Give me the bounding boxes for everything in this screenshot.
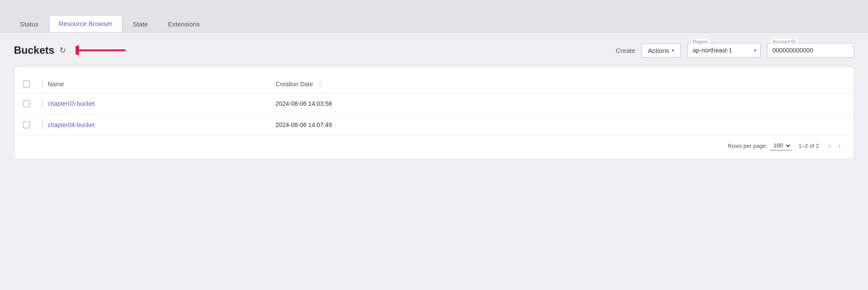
table-footer: Rows per page: 100 1–2 of 2 ‹ ›	[14, 136, 854, 152]
create-link[interactable]: Create	[616, 47, 635, 54]
account-id-label: Account ID	[771, 39, 797, 44]
main-content: Buckets ↻ Create Actions ▾	[0, 33, 868, 290]
table-row: chapter04-bucket 2024-08-06 14:07:49	[14, 114, 854, 136]
top-nav: Status Resource Browser State Extensions	[0, 0, 868, 33]
table-row: chapter03-bucket 2024-08-06 14:03:58	[14, 93, 854, 114]
pagination-nav: ‹ ›	[826, 141, 843, 150]
pagination-range: 1–2 of 2	[799, 143, 819, 149]
row1-name-col: chapter03-bucket	[48, 100, 276, 107]
page-header: Buckets ↻ Create Actions ▾	[14, 43, 854, 58]
row1-date: 2024-08-06 14:03:58	[276, 100, 332, 107]
row1-date-col: 2024-08-06 14:03:58	[276, 100, 503, 107]
row2-date-col: 2024-08-06 14:07:49	[276, 121, 503, 128]
row1-checkbox[interactable]	[23, 100, 30, 107]
table-header-row: Name Creation Date	[14, 75, 854, 93]
row2-date: 2024-08-06 14:07:49	[276, 121, 332, 128]
bucket-link-chapter03[interactable]: chapter03-bucket	[48, 100, 95, 107]
actions-label: Actions	[648, 47, 669, 54]
page-header-right: Create Actions ▾ Region ap-northeast-1 ▾…	[616, 43, 854, 58]
column-header-name: Name	[48, 81, 276, 88]
row2-checkbox-col	[23, 121, 42, 128]
actions-button[interactable]: Actions ▾	[641, 43, 681, 58]
column-header-date: Creation Date	[276, 80, 503, 88]
page-header-left: Buckets ↻	[14, 44, 128, 57]
account-id-wrap: Account ID	[767, 43, 854, 58]
tab-state[interactable]: State	[123, 16, 158, 32]
next-page-button[interactable]: ›	[835, 141, 843, 150]
row1-checkbox-col	[23, 100, 42, 107]
divider	[42, 121, 43, 129]
row2-checkbox[interactable]	[23, 121, 30, 128]
page-title: Buckets	[14, 44, 54, 56]
region-select[interactable]: ap-northeast-1	[687, 43, 761, 58]
tab-status[interactable]: Status	[10, 16, 48, 32]
tab-resource-browser[interactable]: Resource Browser	[49, 15, 122, 32]
divider	[42, 80, 43, 88]
row2-name-col: chapter04-bucket	[48, 121, 276, 128]
prev-page-button[interactable]: ‹	[826, 141, 834, 150]
header-checkbox-col	[23, 81, 42, 88]
region-label: Region	[691, 39, 709, 44]
rows-per-page-select[interactable]: 100	[770, 141, 792, 150]
arrow-annotation	[76, 44, 128, 57]
rows-per-page-label: Rows per page:	[728, 143, 767, 149]
select-all-checkbox[interactable]	[23, 81, 30, 88]
tab-extensions[interactable]: Extensions	[158, 16, 209, 32]
refresh-icon[interactable]: ↻	[59, 46, 66, 55]
account-id-input[interactable]	[767, 43, 854, 58]
chevron-down-icon: ▾	[672, 48, 674, 53]
divider	[42, 99, 43, 108]
col-date-divider	[320, 80, 320, 88]
rows-per-page-control: Rows per page: 100	[728, 141, 792, 150]
bucket-link-chapter04[interactable]: chapter04-bucket	[48, 121, 95, 128]
buckets-table-card: Name Creation Date chapter03-bucket 2024…	[14, 66, 854, 160]
region-select-wrap: Region ap-northeast-1 ▾	[687, 43, 761, 58]
red-arrow-icon	[76, 44, 128, 57]
